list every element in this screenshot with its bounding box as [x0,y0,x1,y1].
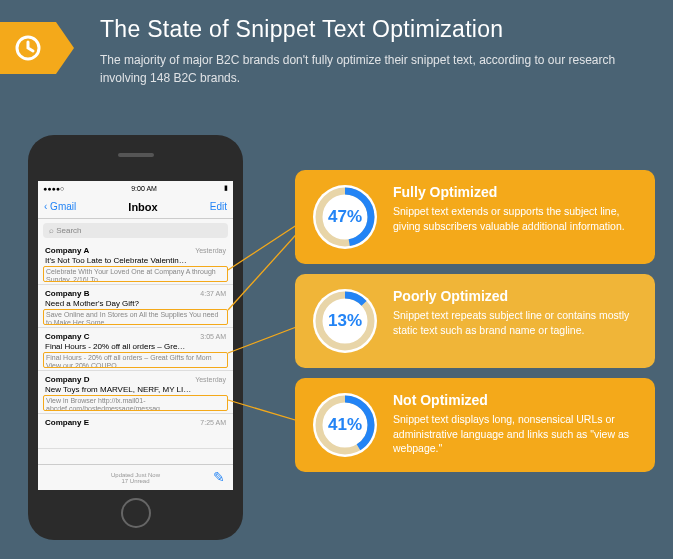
email-subject: Need a Mother's Day Gift? [45,299,226,308]
email-sender: Company A [45,246,89,255]
card-fully-optimized: 47% Fully Optimized Snippet text extends… [295,170,655,264]
nav-title: Inbox [128,201,157,213]
pct-badge: 13% [313,289,377,353]
header: The State of Snippet Text Optimization T… [0,0,673,87]
phone-mockup: ●●●●○ 9:00 AM ▮ ‹ Gmail Inbox Edit ⌕ Sea… [28,135,243,540]
unread-count: 17 Unread [121,478,149,484]
email-sender: Company B [45,289,89,298]
email-snippet: View in Browser http://lx.mail01-abcdef.… [43,395,228,411]
email-sender: Company C [45,332,89,341]
pct-value: 41% [328,415,362,435]
edit-button[interactable]: Edit [210,201,227,212]
clock-icon [0,22,56,74]
email-list: Company AYesterdayIt's Not Too Late to C… [38,242,233,449]
status-time: 9:00 AM [131,185,157,192]
email-time: 7:25 AM [200,419,226,426]
card-title: Poorly Optimized [393,288,637,304]
email-snippet: Save Online and In Stores on All the Sup… [43,309,228,325]
email-row[interactable]: Company DYesterdayNew Toys from MARVEL, … [38,371,233,414]
email-snippet: Final Hours - 20% off all orders – Great… [43,352,228,368]
page-subtitle: The majority of major B2C brands don't f… [100,51,643,87]
email-time: 3:05 AM [200,333,226,340]
card-poorly-optimized: 13% Poorly Optimized Snippet text repeat… [295,274,655,368]
card-desc: Snippet text extends or supports the sub… [393,204,637,233]
email-row[interactable]: Company AYesterdayIt's Not Too Late to C… [38,242,233,285]
email-snippet: Celebrate With Your Loved One at Company… [43,266,228,282]
card-title: Not Optimized [393,392,637,408]
pct-value: 13% [328,311,362,331]
nav-bar: ‹ Gmail Inbox Edit [38,195,233,219]
card-title: Fully Optimized [393,184,637,200]
search-input[interactable]: ⌕ Search [43,223,228,238]
phone-screen: ●●●●○ 9:00 AM ▮ ‹ Gmail Inbox Edit ⌕ Sea… [38,181,233,490]
inbox-footer: Updated Just Now 17 Unread ✎ [38,464,233,490]
compose-icon[interactable]: ✎ [213,469,225,485]
email-row[interactable]: Company E7:25 AM [38,414,233,449]
pct-badge: 41% [313,393,377,457]
email-row[interactable]: Company C3:05 AMFinal Hours - 20% off al… [38,328,233,371]
card-desc: Snippet text displays long, nonsensical … [393,412,637,456]
signal-indicator: ●●●●○ [43,185,64,192]
card-desc: Snippet text repeats subject line or con… [393,308,637,337]
email-sender: Company E [45,418,89,427]
battery-icon: ▮ [224,184,228,192]
card-not-optimized: 41% Not Optimized Snippet text displays … [295,378,655,472]
email-row[interactable]: Company B4:37 AMNeed a Mother's Day Gift… [38,285,233,328]
stat-cards: 47% Fully Optimized Snippet text extends… [295,170,655,482]
pct-badge: 47% [313,185,377,249]
pct-value: 47% [328,207,362,227]
header-ribbon [0,22,56,74]
email-sender: Company D [45,375,89,384]
email-subject: It's Not Too Late to Celebrate Valentin… [45,256,226,265]
email-time: 4:37 AM [200,290,226,297]
email-snippet [45,429,226,445]
email-time: Yesterday [195,247,226,254]
email-subject: New Toys from MARVEL, NERF, MY LI… [45,385,226,394]
back-button[interactable]: ‹ Gmail [44,201,76,212]
status-bar: ●●●●○ 9:00 AM ▮ [38,181,233,195]
page-title: The State of Snippet Text Optimization [100,16,643,43]
email-time: Yesterday [195,376,226,383]
email-subject: Final Hours - 20% off all orders – Gre… [45,342,226,351]
